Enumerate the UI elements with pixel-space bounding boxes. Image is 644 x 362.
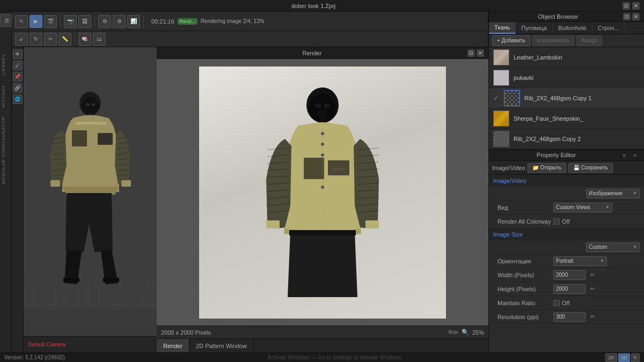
- width-input[interactable]: [553, 270, 586, 280]
- image-size-section[interactable]: Image Size: [489, 228, 644, 240]
- tb-cam-btn[interactable]: 📷: [64, 15, 77, 28]
- tb2-hat-btn[interactable]: 👒: [78, 33, 91, 46]
- svg-rect-9: [50, 180, 60, 187]
- image-video-section[interactable]: Image/Video: [489, 175, 644, 187]
- library-label: LIBRARY: [0, 51, 11, 78]
- tb-play-btn[interactable]: ▶: [30, 15, 42, 28]
- sidebar-sep2: [2, 112, 10, 112]
- save-btn[interactable]: 💾 Сохранить: [568, 163, 613, 173]
- version-label: Version: 5.2.142 (r29692): [4, 354, 65, 360]
- right-top-area: Object Browser ⊡ ✕ Ткань Пуговица Button…: [488, 12, 644, 47]
- obj-browser-tabs-row: Ткань Пуговица Buttonhole Строч...: [489, 22, 644, 35]
- tb2-measure-btn[interactable]: 📏: [58, 33, 71, 46]
- icon-btn-2[interactable]: 🖊: [13, 61, 23, 70]
- material-name-pukavki: pukavki: [514, 75, 533, 81]
- tb2-folder-btn[interactable]: 🗂: [93, 33, 106, 46]
- height-input[interactable]: [553, 284, 586, 294]
- svg-rect-1: [24, 278, 157, 310]
- tb-render2-btn[interactable]: 🖼: [78, 15, 91, 28]
- prop-header-icons: « »: [619, 150, 640, 160]
- render-content: MABE S: [157, 59, 488, 326]
- material-item-pukavki[interactable]: pukavki: [489, 68, 644, 88]
- view-2d-btn[interactable]: 2D: [605, 353, 617, 362]
- prop-file-label: Image/Video: [492, 165, 525, 171]
- save-label: Сохранить: [581, 165, 608, 171]
- add-btn[interactable]: + Добавить: [492, 35, 530, 46]
- render-restore-btn[interactable]: ⊡: [467, 49, 475, 57]
- close-btn[interactable]: ✕: [632, 2, 640, 10]
- view-3d-btn[interactable]: 3D: [618, 353, 630, 362]
- svg-rect-49: [289, 230, 356, 235]
- image-type-value: Изображение: [589, 190, 623, 196]
- svg-rect-7: [72, 130, 87, 146]
- obj-tab-fabric[interactable]: Ткань: [489, 22, 516, 34]
- material-thumb-pukavki: [493, 70, 509, 86]
- tb-film-btn[interactable]: 🎬: [44, 15, 57, 28]
- tb-cursor-btn[interactable]: ↖: [15, 15, 28, 28]
- material-item-lambskin[interactable]: Leather_Lambskin: [489, 47, 644, 68]
- image-type-dropdown[interactable]: Изображение ▼: [586, 189, 640, 198]
- width-label: Width (Pixels): [497, 272, 551, 278]
- width-edit-icon[interactable]: ✏: [588, 270, 597, 280]
- resolution-value-area: ✏: [553, 312, 640, 322]
- obj-browser-title: Object Browser: [493, 13, 623, 20]
- orientation-dropdown[interactable]: Portrait ▼: [553, 256, 607, 266]
- tb-sep2: [94, 16, 95, 27]
- prop-expand-icon[interactable]: »: [630, 150, 640, 160]
- prop-collapse-icon[interactable]: «: [619, 150, 629, 160]
- material-thumb-sherpa: [493, 110, 509, 127]
- resolution-edit-icon[interactable]: ✏: [588, 312, 597, 322]
- open-btn[interactable]: 📁 Открыть: [528, 163, 566, 173]
- checkmark-icon: ✓: [493, 94, 499, 102]
- icon-btn-5[interactable]: 🌐: [13, 94, 23, 104]
- prop-editor-title: Property Editor: [493, 152, 619, 158]
- icon-btn-4[interactable]: 🔗: [13, 83, 23, 93]
- maintain-label: Maintain Ratio: [497, 300, 551, 306]
- material-name-sherpa: Sherpa_Faux_Sheepskin_: [514, 115, 583, 122]
- icon-btn-3[interactable]: 📌: [13, 72, 23, 82]
- tb2-rotate-btn[interactable]: ↻: [30, 33, 42, 46]
- obj-tab-button[interactable]: Пуговица: [516, 22, 553, 34]
- svg-rect-11: [63, 278, 79, 282]
- view-dropdown[interactable]: Custom Views ▼: [553, 203, 612, 212]
- render-title: Render: [161, 50, 463, 56]
- assign-btn[interactable]: Assign: [576, 35, 602, 46]
- resolution-input[interactable]: [553, 312, 586, 322]
- render-close-btn[interactable]: ✕: [477, 49, 484, 57]
- sidebar-top-btn[interactable]: ☰: [0, 14, 13, 27]
- image-size-dropdown[interactable]: Custom ▼: [586, 242, 640, 252]
- obj-restore-btn[interactable]: ⊡: [623, 13, 631, 20]
- zoom-controls: Фон 🔍 25%: [448, 328, 484, 337]
- tb-settings2-btn[interactable]: ⚙: [113, 15, 126, 28]
- tb2-arrow-btn[interactable]: ↙: [15, 33, 28, 46]
- icon-btn-1[interactable]: 👁: [13, 49, 23, 59]
- maintain-checkbox[interactable]: [553, 300, 560, 306]
- left-sidebar-top: ☰: [0, 12, 12, 47]
- material-item-rib2[interactable]: Rib_2X2_468gsm Copy 2: [489, 129, 644, 149]
- svg-point-17: [317, 109, 328, 118]
- obj-browser-titlebar: Object Browser ⊡ ✕: [489, 12, 644, 22]
- tb-chart-btn[interactable]: 📊: [127, 15, 140, 28]
- restore-btn[interactable]: ⊡: [623, 2, 630, 10]
- sub-toolbar: ↙ ↻ ✂ 📏 👒 🗂: [12, 31, 488, 47]
- open-icon: 📁: [532, 165, 539, 171]
- tb-settings-btn[interactable]: ⚙: [98, 15, 111, 28]
- height-edit-icon[interactable]: ✏: [588, 284, 597, 294]
- render-tab-2d[interactable]: 2D Pattern Window: [189, 339, 254, 352]
- render-all-checkbox[interactable]: [553, 218, 560, 225]
- render-tab-render[interactable]: Render: [157, 339, 189, 352]
- obj-tab-buttonhole[interactable]: Buttonhole: [553, 22, 592, 34]
- open-label: Открыть: [540, 165, 561, 171]
- material-item-sherpa[interactable]: Sherpa_Faux_Sheepskin_: [489, 108, 644, 129]
- material-item-rib1[interactable]: ✓ Rib_2X2_468gsm Copy 1: [489, 88, 644, 108]
- combine-btn[interactable]: Компоновать: [532, 35, 575, 46]
- prop-image-type-row: Изображение ▼: [489, 187, 644, 201]
- render-status-area: 00:21:16 Rend... Rendering image 2/4, 13…: [151, 18, 264, 25]
- tb2-cut-btn[interactable]: ✂: [44, 33, 57, 46]
- view-refresh-btn[interactable]: ↻: [631, 353, 640, 362]
- obj-close-btn[interactable]: ✕: [632, 13, 640, 20]
- material-name-lambskin: Leather_Lambskin: [514, 54, 562, 61]
- zoom-value: 25%: [472, 329, 484, 336]
- zoom-out-btn[interactable]: 🔍: [460, 328, 470, 337]
- obj-tab-stitch[interactable]: Строч...: [592, 22, 625, 34]
